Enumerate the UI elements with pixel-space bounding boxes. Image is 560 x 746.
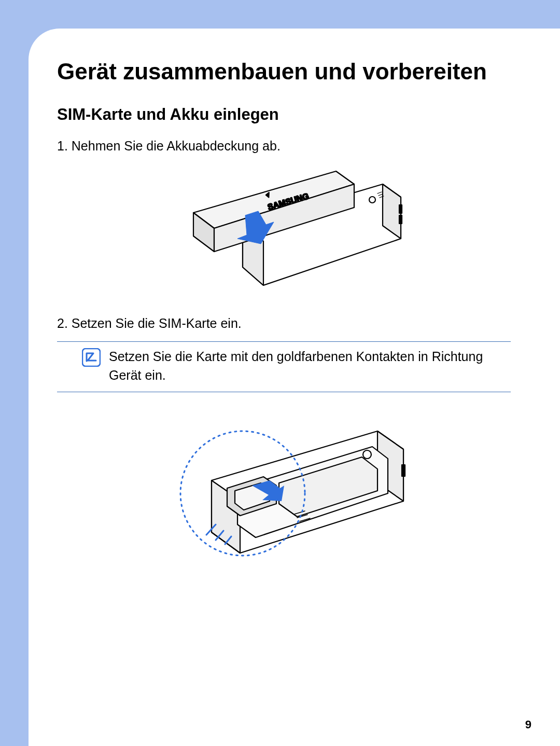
svg-rect-8: [399, 215, 402, 224]
note-icon: [82, 348, 101, 369]
step-2: 2. Setzen Sie die SIM-Karte ein.: [57, 314, 511, 333]
svg-point-20: [363, 450, 371, 459]
svg-point-3: [369, 197, 375, 203]
svg-rect-24: [402, 465, 405, 476]
phone-cover-svg: SAMSUNG: [165, 163, 403, 298]
manual-page: Gerät zusammenbauen und vorbereiten SIM-…: [29, 29, 560, 746]
note-callout: Setzen Sie die Karte mit den goldfarbene…: [57, 341, 511, 393]
section-subtitle: SIM-Karte und Akku einlegen: [57, 105, 511, 124]
svg-rect-14: [82, 349, 100, 366]
step-1: 1. Nehmen Sie die Akkuabdeckung ab.: [57, 136, 511, 155]
page-number: 9: [525, 718, 531, 731]
illustration-insert-sim: [57, 408, 511, 569]
svg-rect-7: [399, 205, 402, 213]
note-text: Setzen Sie die Karte mit den goldfarbene…: [109, 347, 511, 385]
illustration-remove-cover: SAMSUNG: [57, 163, 511, 298]
phone-sim-svg: [149, 408, 419, 569]
page-title: Gerät zusammenbauen und vorbereiten: [57, 57, 511, 86]
